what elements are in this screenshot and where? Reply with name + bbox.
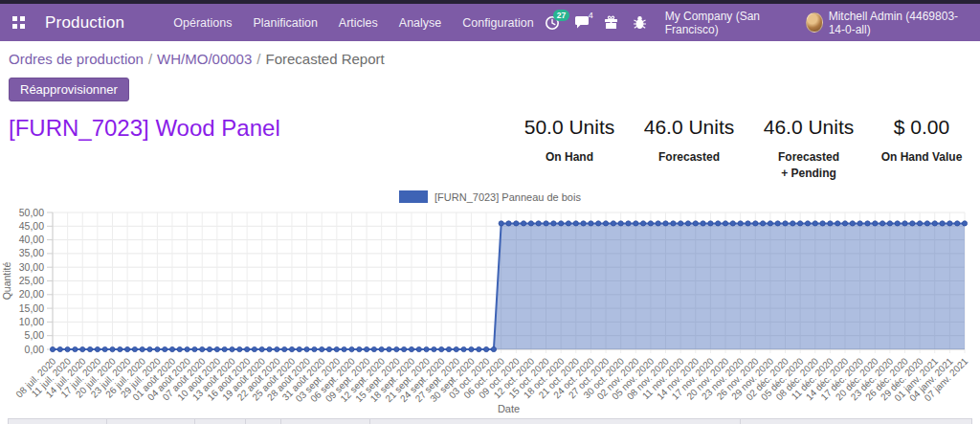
stat-value: 46.0 Units	[632, 116, 746, 139]
svg-text:45,00: 45,00	[19, 220, 44, 232]
user-menu[interactable]: Mitchell Admin (4469803-14-0-all)	[806, 10, 970, 36]
nav-item-configuration[interactable]: Configuration	[452, 4, 544, 41]
activity-count-badge: 27	[553, 10, 569, 22]
stats-row: 50.0 UnitsOn Hand46.0 UnitsForecasted46.…	[512, 116, 972, 183]
x-axis-title: Date	[498, 403, 520, 414]
nav-item-articles[interactable]: Articles	[328, 4, 389, 41]
activities-icon[interactable]: 27	[545, 15, 560, 31]
svg-text:40,00: 40,00	[19, 234, 44, 245]
systray: 27 4	[545, 10, 980, 36]
app-name[interactable]: Production	[45, 13, 124, 33]
bug-icon[interactable]	[633, 15, 647, 30]
stat-on-hand-value: $ 0.00On Hand Value	[871, 116, 972, 183]
message-count: 4	[589, 11, 593, 20]
stat-on-hand: 50.0 UnitsOn Hand	[512, 116, 627, 183]
stat-label: On Hand	[512, 149, 627, 166]
breadcrumb-current: Forecasted Report	[265, 51, 384, 67]
svg-text:5,00: 5,00	[25, 329, 45, 341]
nav-item-ope-rations[interactable]: Opérations	[163, 4, 242, 41]
table-column-divider	[106, 419, 107, 424]
stat-label: Forecasted	[632, 149, 746, 166]
stat-value: 50.0 Units	[512, 116, 627, 139]
main-navbar: Production OpérationsPlanificationArticl…	[0, 4, 980, 41]
replenish-button[interactable]: Réapprovisionner	[9, 78, 129, 101]
chart-legend[interactable]: [FURN_7023] Panneau de bois	[0, 190, 980, 203]
nav-item-planification[interactable]: Planification	[242, 4, 327, 41]
user-avatar	[806, 12, 823, 33]
table-column-divider	[194, 419, 195, 424]
breadcrumb-link-mo[interactable]: WH/MO/00003	[157, 51, 252, 67]
product-title: [FURN_7023] Wood Panel	[9, 115, 280, 142]
svg-text:35,00: 35,00	[19, 247, 44, 258]
svg-text:30,00: 30,00	[19, 261, 44, 273]
svg-text:10,00: 10,00	[19, 316, 44, 327]
stat-value: 46.0 Units	[751, 116, 866, 139]
user-name: Mitchell Admin (4469803-14-0-all)	[829, 10, 970, 36]
table-column-divider	[369, 419, 370, 424]
stat-label: On Hand Value	[871, 149, 972, 166]
nav-item-analyse[interactable]: Analyse	[389, 4, 452, 41]
legend-label: [FURN_7023] Panneau de bois	[434, 191, 581, 203]
svg-text:0,00: 0,00	[25, 344, 45, 355]
y-axis-title: Quantité	[1, 261, 12, 300]
forecast-chart[interactable]: 50,0045,0040,0035,0030,0025,0020,0015,00…	[0, 207, 980, 418]
stat-value: $ 0.00	[871, 116, 972, 139]
forecast-table-header[interactable]	[8, 418, 972, 424]
series	[50, 221, 967, 352]
production-forecast-page: Production OpérationsPlanificationArticl…	[0, 0, 980, 424]
stat-forecasted: 46.0 UnitsForecasted	[632, 116, 746, 183]
breadcrumb-link-production-orders[interactable]: Ordres de production	[9, 51, 144, 67]
stat-forecasted: 46.0 UnitsForecasted + Pending	[751, 116, 866, 183]
legend-swatch	[399, 190, 428, 203]
breadcrumb: Ordres de production/WH/MO/00003/Forecas…	[9, 51, 385, 67]
svg-text:50,00: 50,00	[19, 207, 44, 218]
area-fill	[53, 223, 965, 349]
table-column-divider	[740, 419, 741, 424]
company-switcher[interactable]: My Company (San Francisco)	[665, 10, 791, 36]
apps-menu-icon[interactable]	[11, 15, 26, 30]
table-column-divider	[280, 419, 281, 424]
svg-text:25,00: 25,00	[19, 275, 44, 286]
svg-text:15,00: 15,00	[19, 302, 44, 314]
gift-icon[interactable]	[604, 15, 618, 30]
table-column-divider	[245, 419, 246, 424]
stat-label: Forecasted + Pending	[751, 149, 866, 183]
messages-icon[interactable]: 4	[574, 15, 590, 30]
svg-text:20,00: 20,00	[19, 288, 44, 300]
app-menu: OpérationsPlanificationArticlesAnalyseCo…	[163, 4, 544, 41]
